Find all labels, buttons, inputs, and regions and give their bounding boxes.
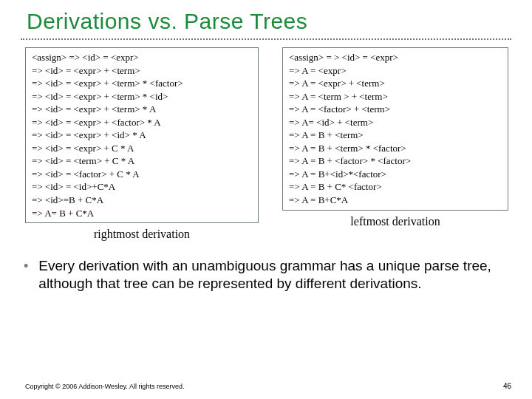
rightmost-derivation-box: <assign> => <id> = <expr> => <id> = <exp… [25, 47, 259, 223]
bullet-icon: • [24, 257, 28, 275]
copyright: Copyright © 2006 Addison-Wesley. All rig… [25, 383, 184, 390]
bullet-text: Every derivation with an unambiguous gra… [38, 257, 508, 293]
bullet-list: • Every derivation with an unambiguous g… [24, 257, 508, 293]
rightmost-caption: rightmost derivation [25, 228, 259, 241]
leftmost-derivation-box: <assign> = > <id> = <expr> => A = <expr>… [282, 47, 508, 211]
left-column: <assign> => <id> = <expr> => <id> = <exp… [25, 47, 259, 241]
right-column: <assign> = > <id> = <expr> => A = <expr>… [282, 47, 508, 241]
page-title: Derivations vs. Parse Trees [27, 9, 511, 34]
page-number: 46 [503, 382, 511, 390]
list-item: • Every derivation with an unambiguous g… [24, 257, 508, 293]
columns: <assign> => <id> = <expr> => <id> = <exp… [21, 47, 511, 241]
slide: Derivations vs. Parse Trees <assign> => … [0, 0, 532, 399]
divider [21, 38, 511, 40]
leftmost-caption: leftmost derivation [282, 215, 508, 228]
